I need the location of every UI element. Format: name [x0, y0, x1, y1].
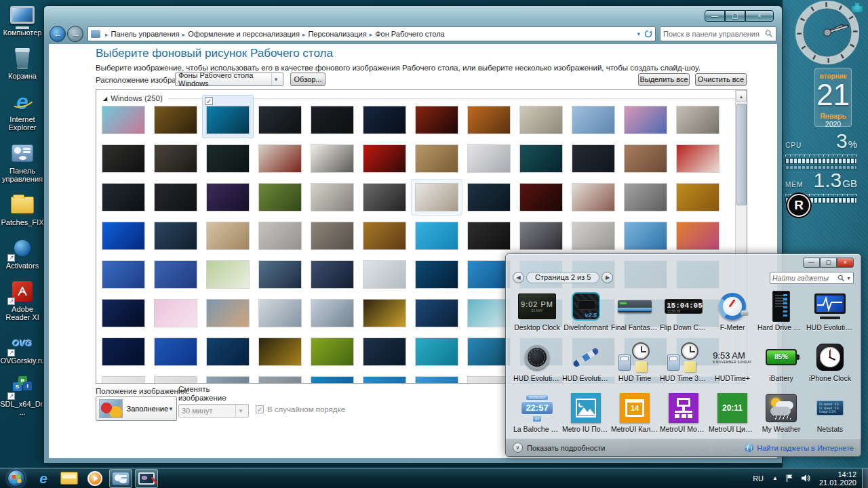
gadget-item[interactable]: v2.5DiveInformant [561, 288, 610, 336]
breadcrumb-item[interactable]: Персонализация [308, 30, 366, 38]
desktop-icon-cpanel[interactable]: Панель управления [0, 141, 45, 183]
wallpaper-thumbnail[interactable] [468, 222, 510, 249]
next-page-button[interactable]: ▶ [601, 272, 613, 283]
show-desktop-button[interactable] [862, 468, 868, 488]
wallpaper-thumbnail[interactable] [207, 377, 249, 384]
wallpaper-thumbnail[interactable] [259, 377, 301, 384]
wallpaper-thumbnail[interactable] [468, 184, 510, 211]
wallpaper-thumbnail[interactable] [416, 338, 458, 365]
gadget-search-input[interactable] [772, 274, 837, 282]
wallpaper-thumbnail[interactable] [207, 300, 249, 327]
gadget-item[interactable]: MetroUI Монит... [659, 390, 708, 437]
wallpaper-thumbnail[interactable] [259, 184, 301, 211]
gadget-item[interactable]: My Weather [757, 390, 806, 437]
desktop-icon-folder[interactable]: Patches_FIX [0, 192, 45, 226]
gadget-item[interactable]: Final Fantasy XIII... [610, 288, 659, 336]
select-all-button[interactable]: Выделить все [638, 73, 690, 86]
wallpaper-thumbnail[interactable] [259, 145, 301, 172]
shuffle-checkbox[interactable]: ✓ [256, 405, 264, 413]
location-select[interactable]: Фоны Рабочего стола Windows ▼ [175, 73, 283, 86]
wallpaper-thumbnail[interactable] [625, 184, 667, 211]
wallpaper-thumbnail[interactable] [259, 222, 301, 249]
action-center-flag-icon[interactable] [782, 474, 797, 483]
wallpaper-thumbnail[interactable] [207, 145, 249, 172]
wallpaper-thumbnail[interactable] [416, 261, 458, 288]
wallpaper-thumbnail[interactable] [207, 106, 249, 134]
search-input[interactable] [663, 30, 765, 38]
interval-select[interactable]: 30 минут ▼ [178, 404, 249, 418]
desktop-icon-recycle[interactable]: Корзина [0, 46, 45, 80]
gadget-item[interactable]: F-Meter [708, 288, 757, 336]
forward-button[interactable]: → [67, 26, 83, 42]
wallpaper-thumbnail[interactable] [416, 222, 458, 249]
maximize-button[interactable]: ▢ [820, 258, 837, 268]
minimize-button[interactable]: — [705, 10, 725, 22]
wallpaper-thumbnail[interactable] [102, 300, 144, 327]
gadget-item[interactable]: Metro IU Показ ... [561, 390, 610, 437]
cpu-meter-gadget[interactable]: CPU 3% [785, 131, 857, 169]
wallpaper-thumbnail[interactable] [155, 184, 197, 211]
taskbar-explorer[interactable] [58, 469, 81, 488]
close-button[interactable]: × [745, 10, 774, 22]
minimize-button[interactable]: — [803, 258, 820, 268]
wallpaper-thumbnail[interactable] [625, 106, 667, 134]
wallpaper-thumbnail[interactable] [677, 145, 719, 172]
address-dropdown-icon[interactable]: ▾ [637, 30, 640, 37]
gadget-item[interactable]: 30/09/200722:5737La Baloche Clock [513, 390, 561, 437]
wallpaper-thumbnail[interactable] [155, 377, 197, 384]
wallpaper-thumbnail[interactable] [155, 145, 197, 172]
wallpaper-thumbnail[interactable] [572, 184, 614, 211]
wallpaper-thumbnail[interactable] [155, 300, 197, 327]
wallpaper-thumbnail[interactable] [259, 300, 301, 327]
wallpaper-thumbnail[interactable] [311, 106, 353, 134]
wallpaper-thumbnail[interactable] [572, 222, 614, 249]
wallpaper-thumbnail[interactable] [677, 222, 719, 249]
wallpaper-thumbnail[interactable] [363, 184, 406, 211]
gadget-item[interactable]: 9:53 AM6 NOVEMBER SUNDAYHUDTime+ [708, 339, 757, 386]
get-gadgets-online-link[interactable]: Найти гаджеты в Интернете [745, 443, 854, 452]
desktop-icon-ie[interactable]: eInternet Explorer [0, 89, 45, 131]
search-icon[interactable] [837, 274, 845, 282]
taskbar-control-panel-active[interactable] [109, 469, 132, 488]
wallpaper-thumbnail[interactable] [625, 145, 667, 172]
gadget-item[interactable]: HUD Time [610, 339, 659, 386]
breadcrumb-item[interactable]: Оформление и персонализация [188, 30, 300, 38]
wallpaper-thumbnail[interactable] [102, 184, 144, 211]
breadcrumb-item[interactable]: Панель управления [111, 30, 180, 38]
desktop-icon-ovg[interactable]: OVG↗OVGorskiy.ru [0, 331, 45, 365]
back-button[interactable]: ← [50, 26, 66, 42]
show-details-label[interactable]: Показать подробности [527, 444, 605, 452]
wallpaper-thumbnail[interactable] [416, 300, 458, 327]
clear-all-button[interactable]: Очистить все [695, 73, 747, 86]
gadget-item[interactable]: Hard Drive Moni... [757, 288, 806, 336]
desktop-icon-sdl[interactable]: SBI↗SDL_x64_Dri... [0, 374, 45, 416]
details-chevron-icon[interactable]: ∨ [513, 443, 523, 453]
taskbar-media-player[interactable] [83, 469, 106, 488]
volume-icon[interactable] [797, 474, 814, 483]
close-button[interactable]: × [837, 258, 854, 268]
wallpaper-thumbnail[interactable] [363, 338, 406, 365]
wallpaper-thumbnail[interactable] [520, 106, 562, 134]
wallpaper-thumbnail[interactable] [677, 106, 719, 134]
wallpaper-thumbnail[interactable] [311, 377, 353, 384]
wallpaper-thumbnail[interactable] [520, 184, 562, 211]
wallpaper-thumbnail[interactable] [416, 106, 458, 134]
window-titlebar[interactable] [44, 6, 782, 25]
previous-page-button[interactable]: ◀ [513, 272, 524, 283]
search-icon[interactable] [765, 30, 773, 38]
scroll-up-button[interactable]: ▲ [736, 90, 747, 102]
wallpaper-thumbnail[interactable] [677, 184, 719, 211]
wallpaper-thumbnail[interactable] [102, 106, 144, 134]
wallpaper-thumbnail[interactable] [207, 184, 249, 211]
wallpaper-thumbnail[interactable] [102, 338, 144, 365]
wallpaper-thumbnail[interactable] [363, 300, 406, 327]
wallpaper-thumbnail[interactable] [520, 145, 562, 172]
wallpaper-thumbnail[interactable] [363, 106, 406, 134]
wallpaper-thumbnail[interactable] [625, 222, 667, 249]
calendar-gadget[interactable]: вторник 21 Январь 2020 [814, 68, 852, 127]
wallpaper-thumbnail[interactable] [572, 145, 614, 172]
scrollbar-thumb[interactable] [736, 104, 747, 205]
wallpaper-thumbnail[interactable] [155, 261, 197, 288]
gadget-item[interactable]: 14MetroUI Календ... [610, 390, 659, 437]
wallpaper-thumbnail[interactable] [102, 222, 144, 249]
